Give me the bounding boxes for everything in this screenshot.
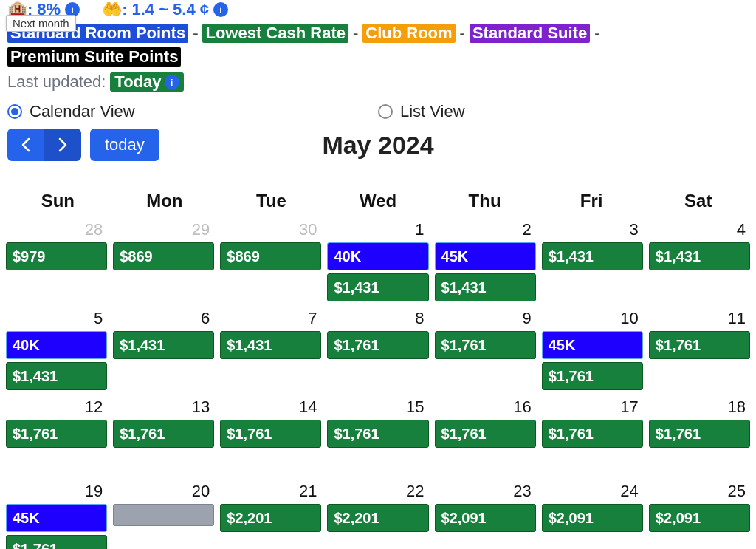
cash-rate-event[interactable]: $1,431 <box>327 273 428 301</box>
calendar-day[interactable]: 9$1,761 <box>433 306 537 392</box>
cash-rate-event[interactable]: $1,761 <box>6 420 107 448</box>
calendar-day[interactable]: 540K$1,431 <box>4 306 109 392</box>
list-view-label: List View <box>400 102 465 121</box>
calendar-day[interactable]: 1045K$1,761 <box>540 306 645 392</box>
legend-lowest-cash[interactable]: Lowest Cash Rate <box>202 24 348 43</box>
points-event[interactable]: 45K <box>435 242 536 270</box>
day-number: 28 <box>4 217 109 241</box>
day-header: Fri <box>538 191 645 217</box>
radio-selected-icon[interactable] <box>7 104 22 119</box>
cash-rate-event[interactable]: $1,431 <box>6 362 107 390</box>
cash-rate-event[interactable]: $1,431 <box>220 331 321 359</box>
calendar-day[interactable]: 18$1,761 <box>647 395 752 476</box>
today-button[interactable]: today <box>90 129 159 161</box>
calendar-day[interactable]: 245K$1,431 <box>433 217 537 303</box>
radio-unselected-icon[interactable] <box>378 104 393 119</box>
info-icon[interactable]: i <box>213 2 228 17</box>
calendar-day[interactable]: 30$869 <box>219 217 323 303</box>
calendar-view-option[interactable]: Calendar View <box>7 102 378 121</box>
cash-rate-event[interactable]: $1,761 <box>327 331 428 359</box>
cash-rate-event[interactable]: $1,761 <box>542 362 643 390</box>
calendar-day[interactable]: 23$2,091 <box>433 479 537 549</box>
cash-rate-event[interactable]: $1,761 <box>113 420 214 448</box>
cash-rate-event[interactable]: $2,201 <box>327 504 428 532</box>
unavailable-event[interactable] <box>113 504 214 526</box>
calendar-view-label: Calendar View <box>30 102 135 121</box>
points-event[interactable]: 45K <box>542 331 643 359</box>
day-number: 22 <box>326 479 430 502</box>
day-number: 3 <box>540 217 645 241</box>
calendar-day[interactable]: 13$1,761 <box>111 395 216 476</box>
cash-rate-event[interactable]: $1,761 <box>327 420 428 448</box>
calendar-day[interactable]: 14$1,761 <box>219 395 323 476</box>
legend-sep: - <box>460 24 465 43</box>
legend-sep: - <box>193 24 198 43</box>
cash-rate-event[interactable]: $1,761 <box>435 331 536 359</box>
nav-button-group <box>7 129 81 161</box>
cash-rate-event[interactable]: $1,761 <box>542 420 643 448</box>
cash-rate-event[interactable]: $2,201 <box>220 504 321 532</box>
day-number: 29 <box>111 217 216 241</box>
chevron-right-icon <box>58 137 68 152</box>
cash-rate-event[interactable]: $1,761 <box>6 535 107 549</box>
day-number: 4 <box>647 217 752 241</box>
calendar-day[interactable]: 22$2,201 <box>326 479 430 549</box>
day-number: 11 <box>647 306 752 330</box>
calendar-day[interactable]: 11$1,761 <box>647 306 752 392</box>
calendar-day[interactable]: 8$1,761 <box>326 306 430 392</box>
cash-rate-event[interactable]: $869 <box>220 242 321 270</box>
cash-rate-event[interactable]: $2,091 <box>649 504 750 532</box>
calendar-day[interactable]: 16$1,761 <box>433 395 537 476</box>
day-number: 19 <box>4 479 109 502</box>
calendar-day[interactable]: 4$1,431 <box>647 217 752 303</box>
legend-premium-suite[interactable]: Premium Suite Points <box>7 47 181 67</box>
cash-rate-event[interactable]: $1,431 <box>542 242 643 270</box>
calendar-day[interactable]: 20 <box>111 479 216 549</box>
next-month-button[interactable] <box>44 129 81 161</box>
calendar-day[interactable]: 7$1,431 <box>219 306 323 392</box>
cash-rate-event[interactable]: $1,431 <box>435 273 536 301</box>
day-number: 2 <box>433 217 537 241</box>
list-view-option[interactable]: List View <box>378 102 749 121</box>
cash-rate-event[interactable]: $1,431 <box>649 242 750 270</box>
cash-rate-event[interactable]: $2,091 <box>542 504 643 532</box>
calendar-day[interactable]: 21$2,201 <box>219 479 323 549</box>
cash-rate-event[interactable]: $1,431 <box>113 331 214 359</box>
day-number: 7 <box>219 306 323 330</box>
legend-club-room[interactable]: Club Room <box>362 24 455 43</box>
cash-rate-event[interactable]: $2,091 <box>435 504 536 532</box>
day-header: Mon <box>111 191 219 217</box>
day-number: 8 <box>326 306 430 330</box>
day-number: 18 <box>647 395 752 418</box>
day-header: Sat <box>645 191 752 217</box>
calendar-day[interactable]: 24$2,091 <box>540 479 645 549</box>
calendar-day[interactable]: 29$869 <box>111 217 216 303</box>
calendar-day[interactable]: 1945K$1,761 <box>4 479 109 549</box>
cash-rate-event[interactable]: $1,761 <box>220 420 321 448</box>
day-number: 30 <box>219 217 323 241</box>
calendar-day[interactable]: 6$1,431 <box>111 306 216 392</box>
calendar-week: 1945K$1,7612021$2,20122$2,20123$2,09124$… <box>4 479 752 549</box>
day-number: 16 <box>433 395 537 418</box>
cash-rate-event[interactable]: $1,761 <box>649 420 750 448</box>
points-event[interactable]: 40K <box>6 331 107 359</box>
legend-standard-suite[interactable]: Standard Suite <box>470 24 590 43</box>
calendar-day[interactable]: 15$1,761 <box>326 395 430 476</box>
calendar-day[interactable]: 25$2,091 <box>647 479 752 549</box>
cash-rate-event[interactable]: $1,761 <box>435 420 536 448</box>
day-number: 14 <box>219 395 323 418</box>
calendar-day[interactable]: 28$979 <box>4 217 109 303</box>
cash-rate-event[interactable]: $979 <box>6 242 107 270</box>
cash-rate-event[interactable]: $869 <box>113 242 214 270</box>
calendar-day[interactable]: 140K$1,431 <box>326 217 430 303</box>
cash-rate-event[interactable]: $1,761 <box>649 331 750 359</box>
last-updated: Last updated: Today i <box>7 72 749 92</box>
prev-month-button[interactable] <box>7 129 44 161</box>
day-number: 15 <box>326 395 430 418</box>
calendar-day[interactable]: 12$1,761 <box>4 395 109 476</box>
points-event[interactable]: 40K <box>327 242 428 270</box>
calendar-day[interactable]: 17$1,761 <box>540 395 645 476</box>
points-event[interactable]: 45K <box>6 504 107 532</box>
calendar-day[interactable]: 3$1,431 <box>540 217 645 303</box>
info-icon[interactable]: i <box>165 75 179 89</box>
